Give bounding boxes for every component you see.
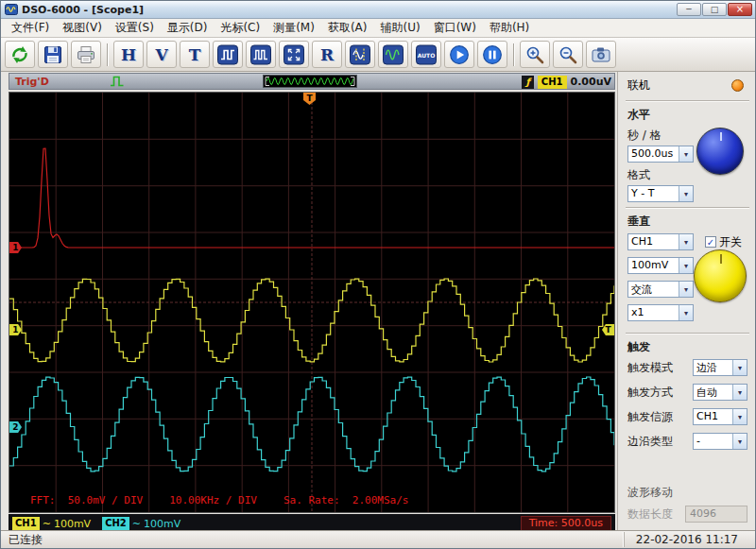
wave-move-section: 波形移动 数据长度 4096 bbox=[626, 483, 749, 524]
wave-move-title: 波形移动 bbox=[627, 485, 747, 501]
print-button[interactable] bbox=[71, 41, 101, 68]
online-indicator-led[interactable] bbox=[731, 79, 744, 92]
dropdown-arrow-icon[interactable]: ▾ bbox=[679, 258, 693, 273]
channel-select[interactable]: CH1 ▾ bbox=[627, 233, 694, 250]
trigger-mode-select[interactable]: 边沿 ▾ bbox=[693, 359, 747, 376]
probe-select[interactable]: x1 ▾ bbox=[627, 304, 694, 321]
vertical-setup-button[interactable]: V bbox=[146, 41, 177, 68]
ch1-coupling-symbol: ~ bbox=[43, 518, 51, 530]
zoom-in-icon bbox=[524, 44, 545, 65]
cursor-measure-button[interactable] bbox=[345, 41, 375, 68]
zoom-out-icon bbox=[558, 44, 578, 65]
window-title: DSO-6000 - [Scope1] bbox=[22, 4, 677, 16]
trigger-method-row: 触发方式 自动 ▾ bbox=[627, 384, 747, 401]
single-wave-button[interactable] bbox=[213, 41, 243, 68]
dropdown-arrow-icon[interactable]: ▾ bbox=[679, 305, 693, 320]
stop-button[interactable] bbox=[477, 41, 507, 68]
horizontal-position-knob[interactable] bbox=[696, 128, 744, 175]
window-controls: ─ □ × bbox=[677, 3, 752, 16]
time-scale-chip: Time: 500.0us bbox=[521, 516, 611, 530]
ch1-chip[interactable]: CH1 ~ 100mV bbox=[12, 517, 91, 530]
minimize-button[interactable]: ─ bbox=[677, 3, 701, 16]
channel-switch-checkbox[interactable]: ✓ 开关 bbox=[705, 234, 742, 250]
zoom-out-button[interactable] bbox=[553, 41, 583, 68]
auto-icon: AUTO bbox=[416, 44, 437, 65]
dropdown-arrow-icon[interactable]: ▾ bbox=[732, 409, 747, 424]
ch2-scale-value: 100mV bbox=[144, 518, 180, 530]
vertical-setup-button-label: V bbox=[155, 45, 167, 64]
dropdown-arrow-icon[interactable]: ▾ bbox=[679, 234, 693, 249]
close-button[interactable]: × bbox=[728, 3, 752, 16]
format-select[interactable]: Y - T ▾ bbox=[627, 185, 694, 202]
vertical-section: 垂直 CH1 ▾ ✓ 开关 100mV ▾ bbox=[626, 212, 749, 330]
data-length-row: 数据长度 4096 bbox=[627, 506, 747, 523]
menu-settings[interactable]: 设置(S) bbox=[109, 18, 161, 38]
scope-display[interactable]: 112TT FFT: 50.0mV / DIV 10.00KHz / DIV S… bbox=[9, 92, 615, 513]
checkbox-check-icon: ✓ bbox=[705, 236, 716, 248]
autoset-button[interactable]: AUTO bbox=[411, 41, 441, 68]
trigger-setup-button-label: T bbox=[189, 45, 201, 64]
channel-row: CH1 ▾ ✓ 开关 bbox=[627, 233, 747, 250]
save-icon bbox=[43, 44, 63, 65]
pulse-icon bbox=[110, 76, 125, 90]
start-button[interactable] bbox=[444, 41, 474, 68]
vertical-position-knob[interactable] bbox=[694, 249, 747, 302]
trigger-mode-label: 触发模式 bbox=[627, 360, 673, 376]
ch1-badge: CH1 bbox=[12, 517, 40, 530]
data-length-label: 数据长度 bbox=[627, 506, 673, 523]
divider bbox=[626, 333, 749, 335]
trigger-method-select[interactable]: 自动 ▾ bbox=[693, 384, 747, 401]
zoom-window-button[interactable] bbox=[279, 41, 309, 68]
fft-freq-label: 10.00KHz / DIV bbox=[169, 494, 257, 506]
vertical-title: 垂直 bbox=[627, 214, 747, 230]
waveform-preview[interactable] bbox=[263, 75, 357, 88]
menu-display[interactable]: 显示(D) bbox=[161, 18, 215, 38]
app-icon bbox=[5, 3, 18, 16]
menu-cursor[interactable]: 光标(C) bbox=[214, 18, 266, 38]
probe-row: x1 ▾ bbox=[627, 304, 747, 321]
edge-type-value: - bbox=[694, 434, 732, 449]
save-button[interactable] bbox=[38, 41, 68, 68]
dropdown-arrow-icon[interactable]: ▾ bbox=[679, 186, 693, 201]
scope-grid-and-traces bbox=[9, 93, 614, 512]
zoom-in-button[interactable] bbox=[520, 41, 550, 68]
maximize-button[interactable]: □ bbox=[702, 3, 727, 16]
ch2-chip[interactable]: CH2 ~ 100mV bbox=[102, 517, 180, 530]
volts-per-div-select[interactable]: 100mV ▾ bbox=[627, 257, 694, 274]
run-button[interactable]: R bbox=[312, 41, 342, 68]
menu-utility[interactable]: 辅助(U) bbox=[373, 18, 426, 38]
toolbar-separator bbox=[513, 43, 514, 66]
horizontal-setup-button[interactable]: H bbox=[113, 41, 144, 68]
svg-text:AUTO: AUTO bbox=[418, 51, 436, 58]
trigger-status-label: Trig'D bbox=[15, 76, 49, 88]
trigger-source-select[interactable]: CH1 ▾ bbox=[693, 408, 747, 425]
dual-wave-button[interactable] bbox=[246, 41, 276, 68]
edge-type-select[interactable]: - ▾ bbox=[693, 433, 747, 450]
snapshot-button[interactable] bbox=[586, 41, 616, 68]
menu-window[interactable]: 窗口(W) bbox=[427, 18, 483, 38]
menu-view[interactable]: 视图(V) bbox=[56, 18, 109, 38]
data-length-field[interactable]: 4096 bbox=[685, 506, 747, 523]
trigger-setup-button[interactable]: T bbox=[180, 41, 210, 68]
trigger-source-row: 触发信源 CH1 ▾ bbox=[627, 408, 747, 425]
menu-measure[interactable]: 测量(M) bbox=[266, 18, 321, 38]
menu-file[interactable]: 文件(F) bbox=[5, 18, 56, 38]
menu-acquire[interactable]: 获取(A) bbox=[321, 18, 374, 38]
divider bbox=[626, 207, 749, 209]
statusbar: 已连接 22-02-2016 11:17 bbox=[1, 530, 755, 548]
trigger-method-label: 触发方式 bbox=[627, 385, 673, 401]
trigger-section: 触发 触发模式 边沿 ▾ 触发方式 自动 ▾ 触发信源 bbox=[626, 337, 749, 459]
format-value: Y - T bbox=[628, 186, 679, 201]
dropdown-arrow-icon[interactable]: ▾ bbox=[732, 360, 747, 375]
dropdown-arrow-icon[interactable]: ▾ bbox=[679, 146, 693, 162]
dropdown-arrow-icon[interactable]: ▾ bbox=[732, 385, 747, 400]
titlebar: DSO-6000 - [Scope1] ─ □ × bbox=[1, 1, 755, 19]
coupling-select[interactable]: 交流 ▾ bbox=[627, 281, 694, 298]
dropdown-arrow-icon[interactable]: ▾ bbox=[679, 282, 693, 297]
sec-per-div-select[interactable]: 500.0us ▾ bbox=[627, 146, 694, 163]
connect-button[interactable] bbox=[5, 41, 35, 68]
dropdown-arrow-icon[interactable]: ▾ bbox=[732, 434, 747, 449]
menu-help[interactable]: 帮助(H) bbox=[483, 18, 536, 38]
acquisition-status-strip: Trig'D ƒ CH1 0.00uV bbox=[9, 73, 615, 90]
waveform-button[interactable] bbox=[378, 41, 408, 68]
